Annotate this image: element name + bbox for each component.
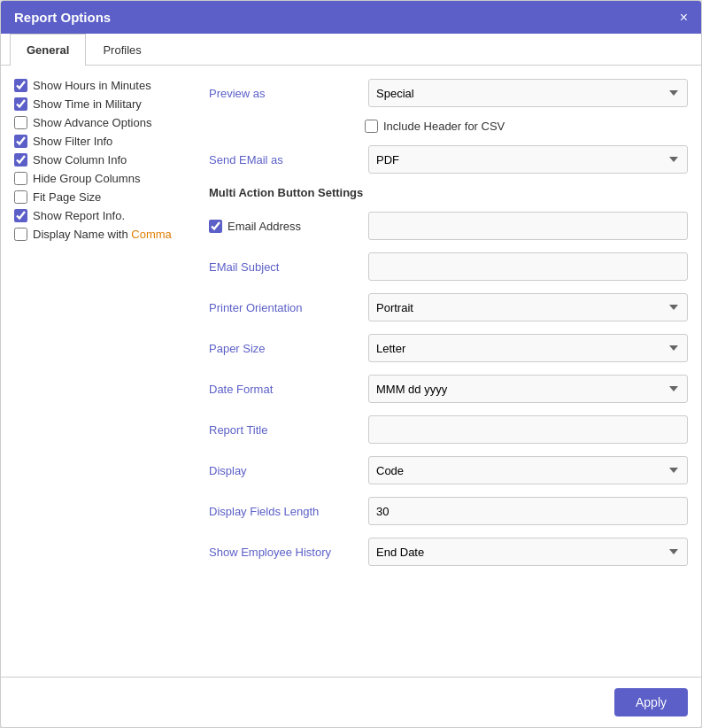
send-email-label: Send EMail as xyxy=(209,153,359,167)
paper-size-select[interactable]: Letter A4 Legal xyxy=(368,334,688,362)
include-header-label: Include Header for CSV xyxy=(383,120,505,133)
show-advance-label: Show Advance Options xyxy=(33,116,151,129)
display-name-checkbox[interactable] xyxy=(14,228,27,241)
checkbox-show-hours: Show Hours in Minutes xyxy=(14,79,191,92)
include-header-row: Include Header for CSV xyxy=(209,120,688,133)
email-address-checkbox[interactable] xyxy=(209,220,222,233)
checkbox-hide-group: Hide Group Columns xyxy=(14,172,191,185)
checkbox-show-advance: Show Advance Options xyxy=(14,116,191,129)
email-address-row: Email Address xyxy=(209,212,688,240)
fit-page-label: Fit Page Size xyxy=(33,190,101,204)
include-header-checkbox[interactable] xyxy=(365,120,378,133)
send-email-select[interactable]: PDF HTML Excel xyxy=(368,145,688,174)
close-button[interactable]: × xyxy=(680,11,688,25)
display-fields-length-input[interactable] xyxy=(368,497,688,525)
report-title-row: Report Title xyxy=(209,415,688,444)
email-address-checkbox-label: Email Address xyxy=(228,220,316,233)
checkbox-show-column: Show Column Info xyxy=(14,153,191,167)
email-subject-input[interactable] xyxy=(368,252,688,281)
display-fields-length-label: Display Fields Length xyxy=(209,505,359,518)
show-column-label: Show Column Info xyxy=(33,153,127,167)
preview-as-label: Preview as xyxy=(209,87,359,100)
hide-group-checkbox[interactable] xyxy=(14,172,27,185)
show-military-checkbox[interactable] xyxy=(14,97,27,111)
multi-action-title: Multi Action Button Settings xyxy=(209,186,688,199)
show-employee-history-row: Show Employee History End Date Start Dat… xyxy=(209,538,688,566)
email-subject-row: EMail Subject xyxy=(209,252,688,281)
preview-as-select[interactable]: Special PDF HTML Excel xyxy=(368,79,688,107)
date-format-select[interactable]: MMM dd yyyy MM/dd/yyyy dd/MM/yyyy yyyy-M… xyxy=(368,375,688,403)
report-title-input[interactable] xyxy=(368,415,688,444)
title-bar: Report Options × xyxy=(1,1,701,34)
show-filter-checkbox[interactable] xyxy=(14,135,27,148)
show-military-label: Show Time in Military xyxy=(33,97,142,111)
tab-bar: General Profiles xyxy=(1,34,701,66)
right-panel: Preview as Special PDF HTML Excel Includ… xyxy=(209,79,688,663)
dialog-content: Show Hours in Minutes Show Time in Milit… xyxy=(1,66,701,677)
show-employee-history-select[interactable]: End Date Start Date All xyxy=(368,538,688,566)
printer-orientation-select[interactable]: Portrait Landscape xyxy=(368,293,688,321)
display-row: Display Code Name Both xyxy=(209,456,688,484)
display-name-label: Display Name with Comma xyxy=(33,228,172,241)
report-options-dialog: Report Options × General Profiles Show H… xyxy=(0,0,702,728)
checkbox-show-report: Show Report Info. xyxy=(14,209,191,222)
paper-size-row: Paper Size Letter A4 Legal xyxy=(209,334,688,362)
preview-as-row: Preview as Special PDF HTML Excel xyxy=(209,79,688,107)
show-advance-checkbox[interactable] xyxy=(14,116,27,129)
tab-general[interactable]: General xyxy=(10,34,86,66)
show-report-checkbox[interactable] xyxy=(14,209,27,222)
checkbox-show-military: Show Time in Military xyxy=(14,97,191,111)
dialog-footer: Apply xyxy=(1,677,701,727)
checkbox-display-name: Display Name with Comma xyxy=(14,228,191,241)
left-panel: Show Hours in Minutes Show Time in Milit… xyxy=(14,79,191,663)
date-format-label: Date Format xyxy=(209,383,359,396)
hide-group-label: Hide Group Columns xyxy=(33,172,140,185)
report-title-label: Report Title xyxy=(209,423,359,437)
email-address-input[interactable] xyxy=(368,212,688,240)
date-format-row: Date Format MMM dd yyyy MM/dd/yyyy dd/MM… xyxy=(209,375,688,403)
show-hours-checkbox[interactable] xyxy=(14,79,27,92)
tab-profiles[interactable]: Profiles xyxy=(86,34,158,66)
display-select[interactable]: Code Name Both xyxy=(368,456,688,484)
display-label: Display xyxy=(209,464,359,477)
apply-button[interactable]: Apply xyxy=(614,688,688,716)
printer-orientation-label: Printer Orientation xyxy=(209,301,359,314)
show-report-label: Show Report Info. xyxy=(33,209,125,222)
show-employee-history-label: Show Employee History xyxy=(209,546,359,559)
show-column-checkbox[interactable] xyxy=(14,153,27,167)
show-filter-label: Show Filter Info xyxy=(33,135,112,148)
email-subject-label: EMail Subject xyxy=(209,260,359,274)
checkbox-show-filter: Show Filter Info xyxy=(14,135,191,148)
checkbox-fit-page: Fit Page Size xyxy=(14,190,191,204)
paper-size-label: Paper Size xyxy=(209,342,359,355)
email-address-checkbox-group: Email Address xyxy=(209,220,359,233)
send-email-row: Send EMail as PDF HTML Excel xyxy=(209,145,688,174)
printer-orientation-row: Printer Orientation Portrait Landscape xyxy=(209,293,688,321)
display-fields-length-row: Display Fields Length xyxy=(209,497,688,525)
dialog-title: Report Options xyxy=(14,10,111,25)
show-hours-label: Show Hours in Minutes xyxy=(33,79,151,92)
fit-page-checkbox[interactable] xyxy=(14,190,27,204)
